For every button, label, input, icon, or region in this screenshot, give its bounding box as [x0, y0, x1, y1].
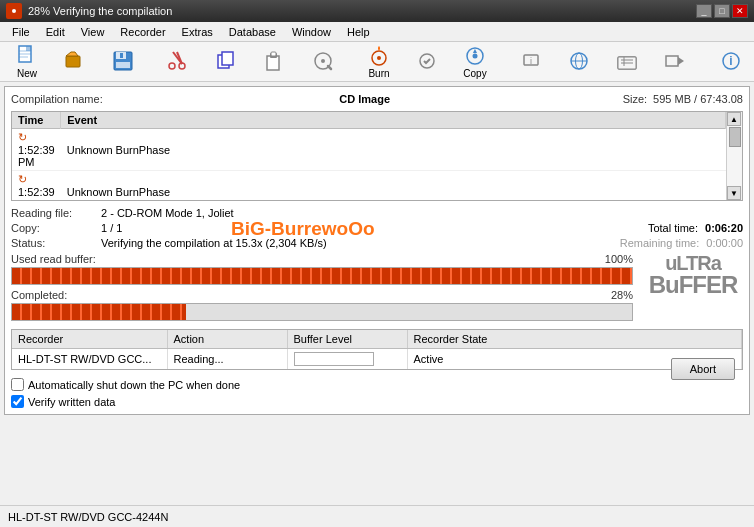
- verify-checkbox[interactable]: [11, 395, 24, 408]
- auto-shutdown-label: Automatically shut down the PC when done: [28, 379, 240, 391]
- verify-label: Verify written data: [28, 396, 115, 408]
- buffer-level-indicator: [294, 352, 374, 366]
- menu-view[interactable]: View: [73, 24, 113, 40]
- scroll-thumb[interactable]: [729, 127, 741, 147]
- svg-marker-42: [678, 57, 684, 65]
- verify-button[interactable]: [404, 44, 450, 80]
- svg-point-29: [473, 53, 478, 58]
- folder-icon: [616, 50, 638, 72]
- burn-button[interactable]: Burn: [356, 44, 402, 80]
- menu-recorder[interactable]: Recorder: [112, 24, 173, 40]
- bottom-options: Automatically shut down the PC when done…: [11, 378, 743, 408]
- completed-progress: [11, 303, 633, 321]
- log-icon-1: ↻: [18, 131, 27, 143]
- log-row: ↻ 1:52:39 PM Unknown BurnPhase: [12, 171, 726, 202]
- status-fields: Reading file: 2 - CD-ROM Mode 1, Joliet …: [11, 207, 743, 249]
- svg-text:i: i: [729, 54, 732, 68]
- auto-shutdown-checkbox[interactable]: [11, 378, 24, 391]
- new-button[interactable]: New: [4, 44, 50, 80]
- watermark: BiG-BurrewoOo: [231, 218, 583, 240]
- paste-icon: [264, 50, 286, 72]
- main-panel: Compilation name: CD Image Size: 595 MB …: [4, 86, 750, 415]
- size-value: 595 MB / 67:43.08: [653, 93, 743, 105]
- folder-button[interactable]: [604, 44, 650, 80]
- svg-point-1: [12, 9, 16, 13]
- info-button[interactable]: i: [508, 44, 554, 80]
- buffer-text: BuFFER: [643, 273, 743, 297]
- menu-help[interactable]: Help: [339, 24, 378, 40]
- read-buffer-label-row: Used read buffer: 100%: [11, 253, 633, 265]
- copy3-icon: ▲: [464, 45, 486, 67]
- status-bar-text: HL-DT-ST RW/DVD GCC-4244N: [8, 511, 168, 523]
- log-col-event: Event: [61, 112, 726, 129]
- read-buffer-fill: [12, 268, 632, 284]
- svg-rect-11: [116, 62, 130, 68]
- menu-extras[interactable]: Extras: [174, 24, 221, 40]
- send-button[interactable]: [652, 44, 698, 80]
- burn-icon: [368, 45, 390, 67]
- open-icon: [64, 50, 86, 72]
- browser-button[interactable]: [556, 44, 602, 80]
- recorder-table: Recorder Action Buffer Level Recorder St…: [12, 330, 742, 369]
- total-time-label: Total time:: [648, 222, 698, 234]
- menu-window[interactable]: Window: [284, 24, 339, 40]
- window-title: 28% Verifying the compilation: [28, 5, 696, 17]
- scroll-track: [727, 126, 742, 186]
- close-button[interactable]: ✕: [732, 4, 748, 18]
- svg-rect-21: [271, 52, 276, 56]
- log-col-time: Time: [12, 112, 61, 129]
- copy-button[interactable]: [204, 44, 250, 80]
- info2-icon: i: [720, 50, 742, 72]
- compilation-header: Compilation name: CD Image Size: 595 MB …: [11, 93, 743, 105]
- minimize-button[interactable]: _: [696, 4, 712, 18]
- svg-rect-3: [26, 46, 31, 51]
- copy3-button[interactable]: ▲ Copy: [452, 44, 498, 80]
- send-icon: [664, 50, 686, 72]
- reading-file-label: Reading file:: [11, 207, 101, 219]
- svg-text:▲: ▲: [472, 47, 479, 54]
- new-icon: [16, 45, 38, 67]
- save-icon: [112, 50, 134, 72]
- svg-marker-8: [66, 52, 78, 56]
- verify-row: Verify written data: [11, 395, 743, 408]
- menu-edit[interactable]: Edit: [38, 24, 73, 40]
- log-row: ↻ 1:52:39 PM Unknown BurnPhase: [12, 129, 726, 171]
- svg-text:i: i: [530, 56, 532, 66]
- cut-button[interactable]: [156, 44, 202, 80]
- cd-settings-button[interactable]: [300, 44, 346, 80]
- save-button[interactable]: [100, 44, 146, 80]
- recorder-table-wrap: Recorder Action Buffer Level Recorder St…: [11, 329, 743, 370]
- window-controls: _ □ ✕: [696, 4, 748, 18]
- verify-icon: [416, 50, 438, 72]
- new-label: New: [17, 68, 37, 79]
- open-button[interactable]: [52, 44, 98, 80]
- svg-rect-18: [222, 52, 233, 65]
- menu-database[interactable]: Database: [221, 24, 284, 40]
- paste-button[interactable]: [252, 44, 298, 80]
- abort-button[interactable]: Abort: [671, 358, 735, 380]
- recorder-col-recorder: Recorder: [12, 330, 167, 349]
- scroll-down[interactable]: ▼: [727, 186, 741, 200]
- status-label: Status:: [11, 237, 101, 249]
- svg-point-23: [321, 59, 325, 63]
- cd-image-name: CD Image: [107, 93, 623, 105]
- copy-row: Copy: 1 / 1 BiG-BurrewoOo Total time: 0:…: [11, 222, 743, 234]
- auto-shutdown-row: Automatically shut down the PC when done: [11, 378, 743, 391]
- completed-pct: 28%: [611, 289, 633, 301]
- remaining-time-info: Remaining time: 0:00:00: [620, 237, 743, 249]
- app-icon: [6, 3, 22, 19]
- menu-bar: File Edit View Recorder Extras Database …: [0, 22, 754, 42]
- info2-button[interactable]: i: [708, 44, 754, 80]
- read-buffer-label: Used read buffer:: [11, 253, 96, 265]
- read-buffer-pct: 100%: [605, 253, 633, 265]
- recorder-buffer: [287, 349, 407, 370]
- maximize-button[interactable]: □: [714, 4, 730, 18]
- menu-file[interactable]: File: [4, 24, 38, 40]
- log-scrollbar[interactable]: ▲ ▼: [726, 112, 742, 200]
- info-icon: i: [520, 50, 542, 72]
- scroll-up[interactable]: ▲: [727, 112, 741, 126]
- log-area[interactable]: Time Event ↻ 1:52:39 PM Unknown BurnPhas…: [11, 111, 743, 201]
- log-table: Time Event ↻ 1:52:39 PM Unknown BurnPhas…: [12, 112, 726, 201]
- completed-fill: [12, 304, 186, 320]
- remaining-time-value: 0:00:00: [706, 237, 743, 249]
